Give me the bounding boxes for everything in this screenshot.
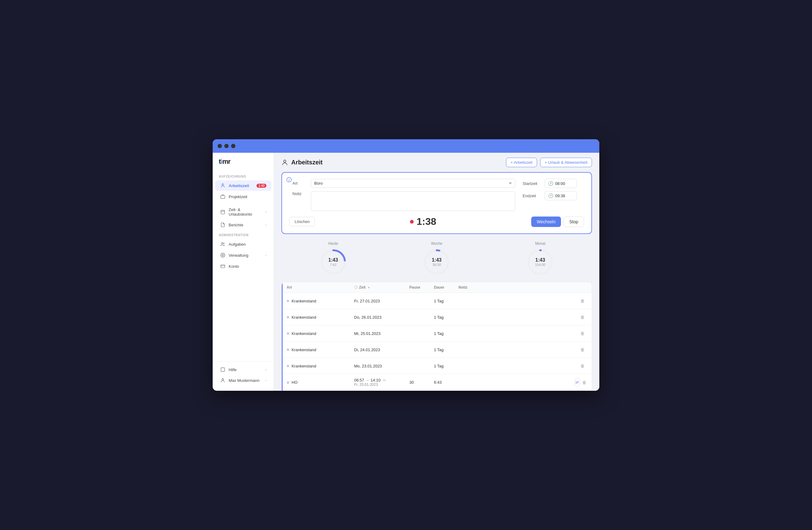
woche-text: 1:43 38:30 <box>432 257 441 266</box>
table: Art Zeit ▾ Pause Dauer Notiz <box>281 282 592 391</box>
section-label-aufzeichnung: AUFZEICHNUNG <box>213 172 274 180</box>
heute-label: Heute <box>328 241 338 246</box>
loeschen-button[interactable]: Löschen <box>289 217 315 226</box>
add-urlaub-button[interactable]: + Urlaub & Abwesenheit <box>540 158 592 167</box>
row-art: ≡ Krankenstand <box>287 298 354 303</box>
help-icon <box>220 367 226 372</box>
sidebar-item-aufgaben[interactable]: Aufgaben <box>215 239 271 249</box>
stat-monat: Monat 1:43 154:00 <box>526 241 554 276</box>
table-header: Art Zeit ▾ Pause Dauer Notiz <box>282 282 592 293</box>
sidebar-item-hilfe[interactable]: Hilfe › <box>215 364 271 375</box>
sidebar-item-berichte[interactable]: Berichte › <box>215 220 271 230</box>
app-body: timr AUFZEICHNUNG Arbeitszeit 1:43 Proje… <box>213 153 599 391</box>
main-content: Arbeitszeit + Arbeitszeit + Urlaub & Abw… <box>274 153 599 391</box>
timer-bottom: Löschen 1:38 Wechseln Stop <box>289 216 584 227</box>
sidebar-item-user[interactable]: Max Mustermann › <box>215 375 271 385</box>
row-art: ≡ Krankenstand <box>287 347 354 352</box>
stats-row: Heute 1:43 7:42 <box>281 241 592 276</box>
titlebar <box>213 139 599 153</box>
sidebar-item-label: Projektzeit <box>229 194 247 199</box>
wechseln-button[interactable]: Wechseln <box>531 217 561 227</box>
col-art: Art <box>287 285 354 290</box>
page-title: Arbeitszeit <box>281 159 322 166</box>
monat-sub: 154:00 <box>535 263 545 266</box>
section-label-admin: ADMINISTRATION <box>213 230 274 239</box>
sidebar-item-label: Max Mustermann <box>229 378 259 383</box>
row-actions: 🗑 <box>575 313 587 321</box>
list-icon: ≡ <box>287 380 289 385</box>
table-row: ≡ Krankenstand Mo, 23.01.2023 1 Tag 🗑 <box>282 358 592 374</box>
person-icon <box>220 183 226 188</box>
arbeitszeit-badge: 1:43 <box>257 184 266 188</box>
sidebar-item-label: Aufgaben <box>229 242 246 247</box>
sidebar-item-projektzeit[interactable]: Projektzeit <box>215 191 271 202</box>
calendar-icon <box>220 209 226 215</box>
woche-label: Woche <box>431 241 442 246</box>
row-actions: 🗑 <box>575 297 587 305</box>
delete-button[interactable]: 🗑 <box>578 345 587 354</box>
svg-point-12 <box>222 379 223 380</box>
art-group: Art Büro <box>292 179 515 188</box>
endzeit-label: Endzeit <box>523 193 542 198</box>
swap-button[interactable]: ⇄ <box>575 378 580 387</box>
minimize-dot[interactable] <box>224 144 229 148</box>
clock-icon: 🕐 <box>548 181 553 186</box>
svg-rect-1 <box>221 196 224 198</box>
form-left: Art Büro Notiz <box>289 179 515 211</box>
sidebar-item-arbeitszeit[interactable]: Arbeitszeit 1:43 <box>215 180 271 191</box>
row-actions: 🗑 <box>575 362 587 370</box>
content-area: Art Büro Notiz <box>274 172 599 391</box>
sidebar-item-konto[interactable]: Konto <box>215 261 271 271</box>
edit-icon[interactable]: ✏ <box>383 378 386 382</box>
close-dot[interactable] <box>218 144 222 148</box>
sidebar-item-verwaltung[interactable]: Verwaltung › <box>215 250 271 261</box>
svg-rect-11 <box>221 368 224 371</box>
svg-point-16 <box>289 180 289 181</box>
delete-button[interactable]: 🗑 <box>578 362 587 370</box>
chevron-right-icon: › <box>265 223 266 227</box>
sidebar-item-zeit-urlaubskonto[interactable]: Zeit- & Urlaubskonto › <box>215 205 271 219</box>
list-icon: ≡ <box>287 347 289 352</box>
notiz-label: Notiz <box>292 191 307 196</box>
endzeit-input[interactable] <box>555 193 574 198</box>
briefcase-icon <box>220 194 226 200</box>
topbar: Arbeitszeit + Arbeitszeit + Urlaub & Abw… <box>274 153 599 172</box>
row-actions: 🗑 <box>575 345 587 354</box>
add-arbeitszeit-button[interactable]: + Arbeitszeit <box>506 158 537 167</box>
sidebar-bottom: Hilfe › Max Mustermann › <box>213 361 274 386</box>
maximize-dot[interactable] <box>231 144 235 148</box>
delete-button[interactable]: 🗑 <box>578 313 587 321</box>
timer-value: 1:38 <box>417 216 436 227</box>
startzeit-input[interactable] <box>555 181 574 186</box>
svg-point-6 <box>221 242 223 244</box>
monat-label: Monat <box>535 241 545 246</box>
timer-dot <box>410 220 414 224</box>
timer-display: 1:38 <box>410 216 436 227</box>
delete-button[interactable]: 🗑 <box>581 378 587 387</box>
list-icon: ≡ <box>287 331 289 336</box>
col-notiz: Notiz <box>459 285 575 290</box>
notiz-group: Notiz <box>292 191 515 211</box>
notiz-input[interactable] <box>311 191 515 211</box>
startzeit-field: Startzeit 🕐 <box>523 179 584 188</box>
table-row: ≡ Krankenstand Di, 24.01.2023 1 Tag 🗑 <box>282 342 592 358</box>
col-zeit[interactable]: Zeit ▾ <box>354 285 409 290</box>
woche-time: 1:43 <box>432 257 441 263</box>
col-dauer: Dauer <box>434 285 459 290</box>
stop-button[interactable]: Stop <box>563 217 584 227</box>
row-art: ≡ Krankenstand <box>287 364 354 368</box>
svg-point-7 <box>223 243 224 244</box>
delete-button[interactable]: 🗑 <box>578 329 587 338</box>
chevron-right-icon: › <box>265 253 266 257</box>
sidebar: timr AUFZEICHNUNG Arbeitszeit 1:43 Proje… <box>213 153 274 391</box>
user-icon <box>220 378 226 383</box>
logo: timr <box>213 158 274 172</box>
clock-sort-icon <box>354 285 358 289</box>
delete-button[interactable]: 🗑 <box>578 297 587 305</box>
table-row: ≡ HO 06:57 → 14:10 ✏ Fr, 20.01.2023 <box>282 374 592 391</box>
svg-point-13 <box>284 160 286 162</box>
art-select[interactable]: Büro <box>311 179 515 188</box>
card-icon <box>220 264 226 269</box>
gear-icon <box>220 252 226 258</box>
timer-card: Art Büro Notiz <box>281 172 592 234</box>
